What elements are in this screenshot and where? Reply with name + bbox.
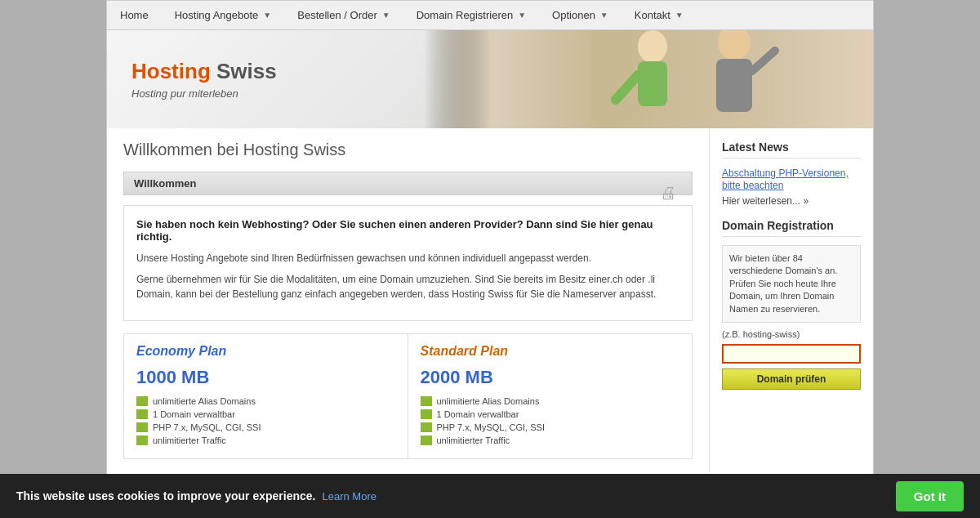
check-icon [136, 435, 148, 445]
navigation: Home Hosting Angebote ▼ Bestellen / Orde… [107, 1, 873, 30]
list-item: unlimitierte Alias Domains [421, 396, 680, 406]
plans-grid: Economy Plan 1000 MB unlimitierte Alias … [123, 333, 693, 459]
check-icon [136, 396, 148, 406]
list-item: PHP 7.x, MySQL, CGI, SSI [136, 422, 395, 432]
economy-plan-name: Economy Plan [136, 344, 395, 359]
intro-p2: Gerne übernehmen wir für Sie die Modalit… [136, 272, 679, 301]
domain-input[interactable] [722, 344, 861, 364]
nav-home[interactable]: Home [107, 1, 162, 29]
main-content: Willkommen bei Hosting Swiss 🖨 Willkomme… [107, 128, 710, 471]
domain-registration-title: Domain Registration [722, 219, 861, 237]
svg-rect-5 [716, 59, 752, 112]
chevron-down-icon: ▼ [263, 11, 271, 20]
cookie-got-it-button[interactable]: Got It [896, 481, 964, 511]
intro-p1: Unsere Hosting Angebote sind Ihren Bedür… [136, 251, 679, 266]
list-item: 1 Domain verwaltbar [421, 409, 680, 419]
standard-features: unlimitierte Alias Domains 1 Domain verw… [421, 396, 680, 445]
chevron-down-icon: ▼ [600, 11, 608, 20]
standard-plan-size: 2000 MB [421, 367, 680, 388]
standard-plan-name: Standard Plan [421, 344, 680, 359]
check-icon [421, 396, 432, 406]
intro-bold: Sie haben noch kein Webhosting? Oder Sie… [136, 218, 679, 243]
check-icon [136, 422, 148, 432]
nav-domain-registrieren[interactable]: Domain Registrieren ▼ [403, 1, 539, 29]
news-readmore: Hier weiterlesen... » [722, 195, 861, 207]
print-icon[interactable]: 🖨 [660, 184, 676, 203]
welcome-box: Sie haben noch kein Webhosting? Oder Sie… [123, 205, 693, 321]
check-icon [421, 435, 432, 445]
section-header: Willkommen [123, 172, 693, 195]
cookie-text: This website uses cookies to improve you… [16, 489, 315, 502]
economy-features: unlimitierte Alias Domains 1 Domain verw… [136, 396, 395, 445]
cookie-learn-more[interactable]: Learn More [322, 490, 376, 502]
chevron-down-icon: ▼ [675, 11, 684, 20]
readmore-arrows: » [803, 195, 808, 207]
svg-point-1 [638, 30, 667, 63]
list-item: unlimitierter Traffic [136, 435, 395, 445]
nav-optionen[interactable]: Optionen ▼ [539, 1, 621, 29]
list-item: PHP 7.x, MySQL, CGI, SSI [421, 422, 680, 432]
economy-plan: Economy Plan 1000 MB unlimitierte Alias … [124, 334, 408, 458]
nav-hosting-angebote[interactable]: Hosting Angebote ▼ [162, 1, 285, 29]
standard-plan: Standard Plan 2000 MB unlimitierte Alias… [408, 334, 693, 458]
chevron-down-icon: ▼ [518, 11, 526, 20]
domain-description: Wir bieten über 84 verschiedene Domain's… [722, 245, 861, 323]
latest-news-title: Latest News [722, 141, 861, 159]
check-icon [421, 422, 432, 432]
news-link[interactable]: Abschaltung PHP-Versionen, bitte beachte… [722, 167, 849, 191]
logo: Hosting Swiss Hosting pur miterleben [107, 42, 301, 116]
logo-hosting: Hosting [131, 59, 211, 83]
check-icon [421, 409, 432, 419]
logo-swiss: Swiss [211, 59, 277, 83]
tagline: Hosting pur miterleben [131, 87, 277, 100]
domain-example: (z.B. hosting-swiss) [722, 329, 861, 339]
nav-kontakt[interactable]: Kontakt ▼ [621, 1, 697, 29]
check-icon [136, 409, 148, 419]
list-item: 1 Domain verwaltbar [136, 409, 395, 419]
sidebar: Latest News Abschaltung PHP-Versionen, b… [710, 128, 873, 471]
cookie-banner: This website uses cookies to improve you… [0, 474, 980, 518]
economy-plan-size: 1000 MB [136, 367, 395, 388]
banner: Hosting Swiss Hosting pur miterleben [107, 30, 873, 128]
page-title: Willkommen bei Hosting Swiss [123, 141, 693, 159]
banner-photo-svg [424, 30, 873, 128]
list-item: unlimitierte Alias Domains [136, 396, 395, 406]
nav-bestellen-order[interactable]: Bestellen / Order ▼ [284, 1, 403, 29]
list-item: unlimitierter Traffic [421, 435, 680, 445]
chevron-down-icon: ▼ [382, 11, 390, 20]
svg-rect-2 [638, 61, 667, 106]
domain-check-button[interactable]: Domain prüfen [722, 368, 861, 390]
banner-image [424, 30, 873, 128]
content-wrapper: Willkommen bei Hosting Swiss 🖨 Willkomme… [107, 128, 873, 471]
